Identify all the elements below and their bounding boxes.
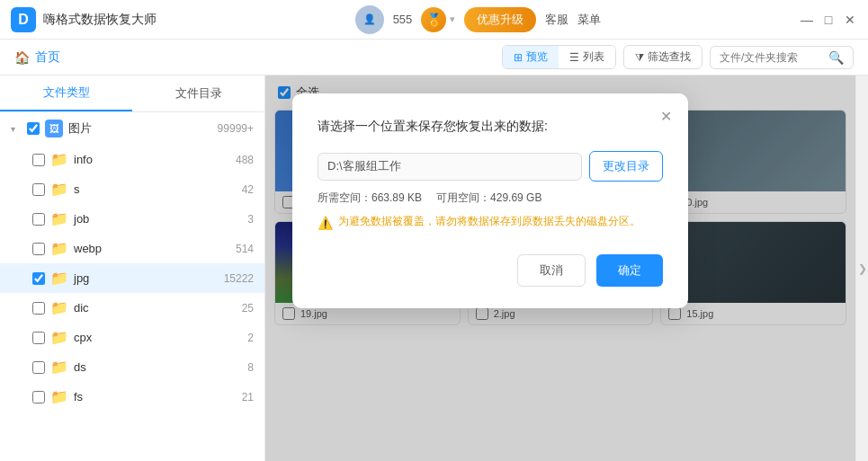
folder-checkbox[interactable]: [32, 213, 45, 226]
warn-text: 为避免数据被覆盖，请勿将数据保存到原数据丢失的磁盘分区。: [338, 213, 640, 229]
folder-item[interactable]: 📁 webp 514: [0, 234, 264, 263]
folder-icon: 📁: [50, 329, 68, 346]
folder-name: ds: [74, 360, 242, 374]
folder-checkbox[interactable]: [32, 302, 45, 315]
list-label: 列表: [583, 49, 604, 65]
search-box: 🔍: [710, 46, 854, 69]
upgrade-button[interactable]: 优惠升级: [464, 7, 536, 32]
category-name-images: 图片: [68, 120, 212, 137]
folder-name: dic: [74, 301, 237, 315]
folder-item[interactable]: 📁 ds 8: [0, 352, 264, 382]
preview-label: 预览: [526, 49, 548, 65]
list-view-button[interactable]: ☰ 列表: [559, 46, 615, 68]
nav-bar: 🏠 首页 ⊞ 预览 ☰ 列表 ⧩ 筛选查找 🔍: [0, 40, 868, 75]
rank-icon: 🏅: [421, 7, 446, 32]
folder-item[interactable]: 📁 dic 25: [0, 293, 264, 323]
folder-checkbox[interactable]: [32, 243, 45, 255]
folder-item[interactable]: 📁 fs 21: [0, 382, 264, 412]
dialog-path-row: 更改目录: [318, 151, 663, 182]
folder-icon: 📁: [50, 181, 68, 198]
folder-name: job: [74, 212, 242, 226]
folder-checkbox[interactable]: [32, 332, 45, 344]
file-grid-area: 全选 FREBackgrou... 1.jpg 0.jpg 19.jpg 2.j…: [265, 75, 855, 461]
folder-count: 8: [247, 361, 254, 374]
change-dir-button[interactable]: 更改目录: [589, 151, 663, 182]
folder-name: jpg: [74, 271, 219, 285]
minimize-button[interactable]: —: [800, 13, 814, 27]
home-label: 首页: [35, 49, 60, 66]
view-toggle: ⊞ 预览 ☰ 列表: [502, 45, 616, 69]
dialog-close-button[interactable]: ✕: [656, 106, 676, 126]
folder-checkbox[interactable]: [32, 154, 45, 166]
folder-count: 25: [242, 302, 254, 315]
tab-filedir[interactable]: 文件目录: [132, 75, 264, 111]
folder-count: 488: [236, 154, 254, 166]
folder-checkbox[interactable]: [32, 272, 45, 285]
sidebar-tabs: 文件类型 文件目录: [0, 75, 264, 112]
maximize-button[interactable]: □: [821, 13, 836, 27]
sidebar-items: ▾ 🖼 图片 99999+ 📁 info 488 📁 s 42 📁 job 3 …: [0, 112, 264, 461]
overlay: ✕ 请选择一个位置来保存您恢复出来的数据: 更改目录 所需空间：663.89 K…: [265, 75, 855, 461]
folder-item[interactable]: 📁 job 3: [0, 204, 264, 234]
main-content: 文件类型 文件目录 ▾ 🖼 图片 99999+ 📁 info 488 📁 s 4…: [0, 75, 868, 461]
category-checkbox-images[interactable]: [27, 122, 40, 135]
folder-list: 📁 info 488 📁 s 42 📁 job 3 📁 webp 514 📁 j…: [0, 145, 264, 412]
filter-button[interactable]: ⧩ 筛选查找: [623, 45, 702, 69]
preview-view-button[interactable]: ⊞ 预览: [503, 46, 559, 68]
folder-icon: 📁: [50, 151, 68, 168]
category-icon-images: 🖼: [45, 120, 63, 137]
tab-filetype[interactable]: 文件类型: [0, 75, 132, 111]
search-icon: 🔍: [828, 50, 844, 65]
folder-icon: 📁: [50, 270, 68, 287]
folder-count: 15222: [224, 272, 254, 285]
home-icon: 🏠: [14, 50, 30, 65]
folder-item[interactable]: 📁 cpx 2: [0, 323, 264, 352]
folder-name: fs: [74, 390, 237, 403]
sidebar-category-images[interactable]: ▾ 🖼 图片 99999+: [0, 112, 264, 145]
folder-icon: 📁: [50, 359, 68, 376]
category-count-images: 99999+: [218, 122, 254, 135]
sidebar: 文件类型 文件目录 ▾ 🖼 图片 99999+ 📁 info 488 📁 s 4…: [0, 75, 265, 461]
close-button[interactable]: ✕: [843, 13, 857, 27]
folder-item[interactable]: 📁 s 42: [0, 174, 264, 204]
cancel-button[interactable]: 取消: [517, 254, 586, 287]
save-dialog: ✕ 请选择一个位置来保存您恢复出来的数据: 更改目录 所需空间：663.89 K…: [292, 93, 688, 308]
dialog-title: 请选择一个位置来保存您恢复出来的数据:: [318, 119, 663, 135]
list-icon: ☰: [569, 51, 579, 64]
collapse-icon: ❯: [858, 262, 867, 275]
folder-count: 21: [242, 391, 254, 403]
folder-count: 514: [236, 243, 254, 255]
title-bar: D 嗨格式数据恢复大师 👤 555 🏅 ▾ 优惠升级 客服 菜单 — □ ✕: [0, 0, 868, 40]
folder-count: 3: [247, 213, 254, 226]
folder-checkbox[interactable]: [32, 391, 45, 403]
folder-icon: 📁: [50, 240, 68, 257]
folder-icon: 📁: [50, 210, 68, 227]
nav-right: ⊞ 预览 ☰ 列表 ⧩ 筛选查找 🔍: [502, 45, 854, 69]
folder-item[interactable]: 📁 info 488: [0, 145, 264, 174]
folder-checkbox[interactable]: [32, 361, 45, 374]
nav-home[interactable]: 🏠 首页: [14, 49, 60, 66]
dialog-path-input[interactable]: [318, 153, 582, 181]
rank-badge: 🏅 ▾: [421, 7, 455, 32]
folder-count: 42: [242, 183, 254, 196]
title-center: 👤 555 🏅 ▾ 优惠升级 客服 菜单: [355, 5, 602, 34]
folder-item[interactable]: 📁 jpg 15222: [0, 263, 264, 293]
folder-checkbox[interactable]: [32, 183, 45, 196]
filter-icon: ⧩: [635, 51, 644, 64]
dialog-info-row: 所需空间：663.89 KB 可用空间：429.69 GB: [318, 191, 663, 206]
rank-chevron: ▾: [450, 13, 455, 25]
search-input[interactable]: [720, 51, 823, 64]
user-count: 555: [393, 13, 413, 26]
grid-icon: ⊞: [514, 51, 523, 64]
confirm-button[interactable]: 确定: [596, 254, 663, 287]
title-controls: — □ ✕: [800, 13, 857, 27]
user-avatar: 👤: [355, 5, 384, 34]
service-button[interactable]: 客服: [545, 12, 568, 28]
filter-label: 筛选查找: [648, 49, 691, 65]
menu-button[interactable]: 菜单: [577, 12, 601, 28]
folder-name: info: [74, 153, 230, 166]
warn-icon: ⚠️: [318, 214, 333, 233]
folder-name: webp: [74, 242, 230, 255]
collapse-handle[interactable]: ❯: [855, 75, 868, 461]
dialog-actions: 取消 确定: [318, 254, 663, 287]
